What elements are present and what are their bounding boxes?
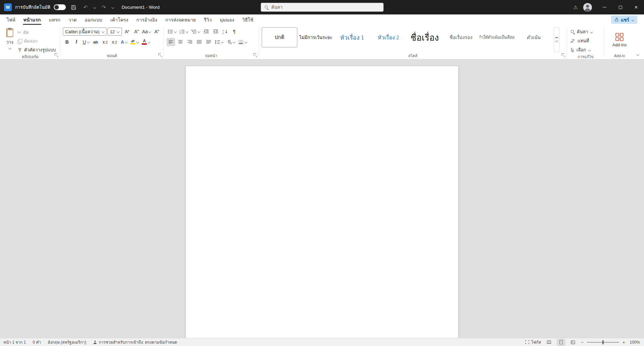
accessibility-status[interactable]: การช่วยสำหรับการเข้าถึง: ตรงตามข้อกำหนด	[93, 338, 177, 346]
style-no-spacing[interactable]: ไม่มีการเว้นระยะ	[298, 27, 334, 47]
style-normal[interactable]: ปกติ	[262, 27, 297, 47]
borders-button[interactable]	[237, 38, 248, 46]
web-layout-button[interactable]	[569, 339, 577, 346]
shrink-font-glyph: A	[134, 29, 138, 34]
styles-gallery-more-button[interactable]	[554, 27, 559, 52]
close-button[interactable]: ×	[628, 0, 644, 14]
tab-design[interactable]: ออกแบบ	[81, 14, 106, 25]
print-layout-button[interactable]	[557, 339, 565, 346]
distribute-icon	[206, 40, 211, 44]
style-heading-1[interactable]: หัวเรื่อง 1	[334, 27, 370, 47]
replace-button[interactable]: ab แทนที่	[570, 37, 601, 45]
subscript-mark: 2	[105, 40, 108, 44]
show-formatting-marks-button[interactable]: ¶	[230, 28, 239, 36]
shrink-font-button[interactable]: A	[132, 28, 141, 36]
tab-file[interactable]: ไฟล์	[3, 14, 19, 25]
account-avatar[interactable]	[583, 3, 592, 12]
search-input[interactable]	[271, 5, 372, 10]
change-case-chevron-icon	[148, 30, 151, 33]
font-dialog-launcher[interactable]	[159, 53, 162, 57]
tab-mailings[interactable]: การส่งจดหมาย	[161, 14, 200, 25]
copy-button[interactable]: คัดลอก	[16, 37, 57, 45]
undo-dropdown-chevron-icon[interactable]	[93, 6, 96, 9]
align-right-button[interactable]	[185, 38, 194, 46]
decrease-indent-button[interactable]	[202, 28, 210, 36]
shading-button[interactable]	[225, 38, 236, 46]
tab-review[interactable]: รีวิว	[200, 14, 216, 25]
group-divider	[60, 27, 60, 57]
styles-group: ปกติ ไม่มีการเว้นระยะ หัวเรื่อง 1 หัวเรื…	[260, 25, 566, 59]
underline-button[interactable]: U	[82, 38, 90, 46]
clear-formatting-button[interactable]: A	[153, 28, 161, 36]
text-effects-button[interactable]: A	[120, 38, 128, 46]
change-case-button[interactable]: Aa	[142, 28, 152, 36]
grow-font-button[interactable]: A	[123, 28, 131, 36]
undo-button[interactable]: ↶	[81, 3, 90, 12]
tab-insert[interactable]: แทรก	[45, 14, 64, 25]
styles-dialog-launcher[interactable]	[562, 53, 565, 57]
word-logo[interactable]: W	[4, 3, 12, 11]
bold-button[interactable]: B	[63, 38, 71, 46]
find-button[interactable]: ค้นหา	[570, 28, 601, 36]
warning-icon[interactable]: ⚠	[573, 4, 578, 10]
page-indicator[interactable]: หน้า 1 จาก 1	[3, 338, 26, 346]
tab-references[interactable]: การอ้างอิง	[132, 14, 161, 25]
sort-button[interactable]: AZ	[221, 28, 229, 36]
italic-button[interactable]: I	[72, 38, 81, 46]
style-heading-2[interactable]: หัวเรื่อง 2	[371, 27, 406, 47]
style-title[interactable]: ชื่อเรื่อง	[407, 27, 442, 47]
font-size-combobox[interactable]: 12	[108, 28, 122, 36]
cut-button[interactable]: ✂ ตัด	[16, 29, 57, 36]
focus-button[interactable]: โฟกัส	[525, 338, 541, 346]
paragraph-dialog-launcher[interactable]	[254, 53, 257, 57]
collapse-ribbon-button[interactable]	[635, 52, 641, 57]
multilevel-list-button[interactable]	[190, 28, 201, 36]
align-left-button[interactable]	[167, 38, 175, 46]
font-name-combobox[interactable]: Calibri (เนื้อความ)	[63, 28, 106, 36]
numbering-button[interactable]: 123	[178, 28, 189, 36]
style-subtle-emphasis[interactable]: ทำให้ตัวเน้นเป็นสีอ่อน	[479, 27, 515, 47]
subscript-button[interactable]: x2	[101, 38, 109, 46]
customize-toolbar-chevron-icon[interactable]	[112, 6, 114, 9]
zoom-level[interactable]: 100%	[629, 340, 640, 345]
zoom-in-button[interactable]: +	[622, 340, 625, 345]
increase-indent-button[interactable]	[211, 28, 220, 36]
bullets-button[interactable]	[167, 28, 177, 36]
tab-layout[interactable]: เค้าโครง	[106, 14, 132, 25]
search-box[interactable]	[261, 3, 384, 12]
read-mode-button[interactable]	[545, 339, 553, 346]
align-center-button[interactable]	[176, 38, 184, 46]
document-page[interactable]	[185, 66, 459, 338]
format-painter-button[interactable]: ตัวคัดวางรูปแบบ	[16, 46, 57, 54]
style-emphasis[interactable]: ตัวเน้น	[516, 27, 551, 47]
share-button[interactable]: แชร์	[611, 15, 637, 24]
save-button[interactable]	[69, 3, 78, 12]
autosave-toggle[interactable]	[54, 4, 66, 10]
minimize-button[interactable]	[597, 0, 612, 14]
tab-home[interactable]: หน้าแรก	[19, 14, 45, 25]
select-button[interactable]: เลือก	[570, 46, 601, 54]
maximize-button[interactable]	[612, 0, 628, 14]
style-subtitle[interactable]: ชื่อเรื่องรอง	[443, 27, 479, 47]
superscript-button[interactable]: x2	[110, 38, 119, 46]
language-indicator[interactable]: อังกฤษ (สหรัฐอเมริกา)	[48, 338, 86, 346]
font-color-button[interactable]: A	[141, 38, 151, 46]
highlight-color-button[interactable]	[129, 38, 140, 46]
styles-group-label: สไตล์	[262, 52, 564, 59]
word-count[interactable]: 0 คำ	[33, 338, 41, 346]
redo-button[interactable]: ↷	[99, 3, 108, 12]
addins-button[interactable]: Add-ins	[607, 27, 632, 52]
tab-view[interactable]: มุมมอง	[216, 14, 238, 25]
justify-button[interactable]	[195, 38, 203, 46]
strikethrough-button[interactable]: ab	[91, 38, 100, 46]
line-spacing-button[interactable]	[214, 38, 224, 46]
clipboard-dialog-launcher[interactable]	[55, 53, 58, 57]
paste-button[interactable]: วาง	[3, 27, 16, 54]
zoom-slider[interactable]	[587, 340, 619, 345]
distribute-button[interactable]	[204, 38, 213, 46]
zoom-slider-thumb[interactable]	[602, 340, 604, 344]
pilcrow-icon: ¶	[233, 29, 236, 34]
tab-help[interactable]: วิธีใช้	[238, 14, 257, 25]
tab-draw[interactable]: วาด	[64, 14, 81, 25]
zoom-out-button[interactable]: −	[581, 340, 584, 345]
